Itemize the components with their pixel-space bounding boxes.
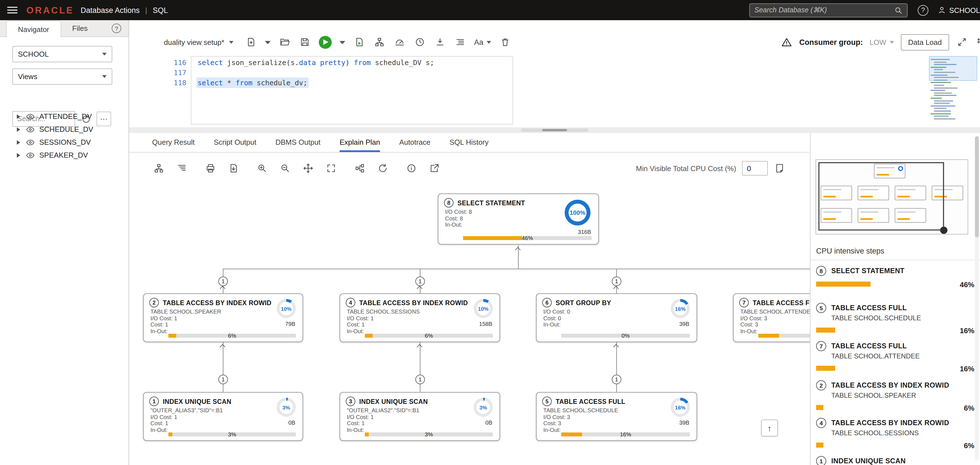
database-search-input[interactable] [754, 6, 894, 14]
editor-minimap[interactable] [929, 56, 977, 124]
overview-viewport[interactable] [818, 162, 944, 230]
search-icon[interactable] [894, 6, 902, 14]
plan-node[interactable]: 7TABLE ACCESS FULL TABLE SCHOOL.ATTENDEE… [733, 294, 810, 342]
object-type-value: Views [18, 72, 37, 81]
fit-to-screen-button[interactable] [325, 162, 337, 175]
worksheet-selector[interactable]: duality view setup* [164, 38, 233, 46]
tree-item-attendee-dv[interactable]: ATTENDEE_DV [0, 110, 129, 123]
plan-node[interactable]: 2TABLE ACCESS BY INDEX ROWID TABLE SCHOO… [143, 294, 303, 342]
database-search[interactable] [749, 3, 908, 17]
arrow-up-icon [613, 344, 619, 350]
min-cpu-cost-input[interactable] [742, 161, 768, 176]
hamburger-menu-icon[interactable] [7, 7, 18, 13]
user-menu[interactable]: SCHOOL [937, 6, 980, 14]
tab-files[interactable]: Files [61, 20, 99, 37]
export-button[interactable] [228, 162, 240, 175]
autotrace-button[interactable] [393, 36, 406, 48]
explain-plan-button[interactable] [373, 36, 385, 48]
expand-icon[interactable] [956, 36, 968, 48]
step-number: 4 [816, 418, 826, 428]
plan-node[interactable]: 4TABLE ACCESS BY INDEX ROWID TABLE SCHOO… [340, 294, 500, 342]
font-size-button[interactable]: Aa [474, 38, 491, 46]
open-in-new-tab-button[interactable] [428, 162, 441, 175]
tab-autotrace[interactable]: Autotrace [399, 133, 430, 152]
run-script-button[interactable] [353, 36, 365, 48]
sidebar-help-icon[interactable]: ? [112, 24, 121, 33]
new-worksheet-button[interactable] [245, 36, 257, 48]
editor-results-splitter[interactable] [129, 127, 980, 133]
cpu-step[interactable]: 4TABLE ACCESS BY INDEX ROWID TABLE SCHOO… [816, 418, 975, 449]
node-title: TABLE ACCESS FULL [752, 299, 810, 306]
tab-dbms-output[interactable]: DBMS Output [275, 133, 320, 152]
tab-query-result[interactable]: Query Result [152, 133, 195, 152]
data-load-button[interactable]: Data Load [901, 34, 949, 50]
schema-select-value: SCHOOL [18, 50, 49, 58]
tree-item-speaker-dv[interactable]: SPEAKER_DV [0, 149, 129, 162]
zoom-out-button[interactable] [279, 162, 291, 175]
plan-node[interactable]: 6SORT GROUP BY I/O Cost: 0 Cost: 0 In-Ou… [536, 294, 697, 342]
help-icon[interactable]: ? [918, 5, 928, 16]
node-title: TABLE ACCESS FULL [556, 398, 625, 405]
tree-item-schedule-dv[interactable]: SCHEDULE_DV [0, 123, 129, 136]
refresh-button[interactable] [377, 162, 389, 175]
step-percent: 46% [960, 281, 974, 289]
zoom-in-button[interactable] [256, 162, 268, 175]
object-type-select[interactable]: Views [12, 68, 112, 85]
chevron-down-icon [102, 53, 107, 56]
pan-button[interactable] [302, 162, 314, 175]
chevron-right-icon[interactable] [17, 127, 20, 132]
sql-history-button[interactable] [414, 36, 426, 48]
consumer-group-select[interactable]: LOW [870, 38, 894, 46]
cpu-step[interactable]: 2TABLE ACCESS BY INDEX ROWID TABLE SCHOO… [816, 380, 975, 412]
panel-scrollbar[interactable] [975, 136, 979, 460]
schema-select[interactable]: SCHOOL [12, 46, 112, 62]
tree-item-label: SPEAKER_DV [39, 151, 88, 159]
print-button[interactable] [204, 162, 216, 175]
explain-plan-diagram[interactable]: 1 1 1 1 1 1 8SELECT STATEMENT I/O Cost: … [129, 179, 810, 465]
plan-node[interactable]: 5TABLE ACCESS FULL TABLE SCHOOL.SCHEDULE… [536, 392, 697, 441]
consumer-group-value: LOW [870, 38, 886, 46]
editor-line[interactable]: select json_serialize(s.data pretty) fro… [197, 58, 434, 67]
plan-notes-button[interactable] [773, 162, 786, 175]
tab-sql-history[interactable]: SQL History [450, 133, 488, 152]
plan-node[interactable]: 1INDEX UNIQUE SCAN "OUTER_ALIAS3"."SID"=… [143, 392, 303, 441]
save-button[interactable] [298, 36, 311, 48]
node-io-cost: I/O Cost: 1 [347, 315, 494, 321]
node-number: 3 [346, 397, 355, 406]
plan-node[interactable]: 8SELECT STATEMENT I/O Cost: 8 Cost: 8 In… [438, 194, 599, 244]
cardinality-badge: 1 [612, 375, 621, 384]
node-cpu-donut: 10% [474, 299, 493, 318]
plan-list-view-button[interactable] [176, 162, 188, 175]
open-file-button[interactable] [278, 36, 291, 48]
chevron-right-icon[interactable] [17, 140, 20, 144]
plan-node[interactable]: 3INDEX UNIQUE SCAN "OUTER_ALIAS2"."SID"=… [340, 392, 500, 441]
node-object: TABLE SCHOOL.SESSIONS [347, 308, 494, 315]
chevron-right-icon[interactable] [17, 114, 20, 119]
layout-button[interactable] [353, 162, 366, 175]
scroll-up-button[interactable]: ↑ [761, 420, 778, 436]
tab-explain-plan[interactable]: Explain Plan [340, 133, 380, 152]
cpu-step[interactable]: 5TABLE ACCESS FULL TABLE SCHOOL.SCHEDULE… [816, 303, 975, 334]
scrollbar-thumb[interactable] [975, 136, 979, 237]
download-button[interactable] [434, 36, 446, 48]
chevron-right-icon[interactable] [17, 153, 20, 157]
clear-worksheet-button[interactable] [499, 36, 511, 48]
plan-overview-minimap[interactable] [816, 159, 968, 235]
format-button[interactable] [454, 36, 466, 48]
cpu-step[interactable]: 7TABLE ACCESS FULL TABLE SCHOOL.ATTENDEE… [816, 341, 975, 373]
tab-script-output[interactable]: Script Output [214, 133, 256, 152]
new-worksheet-caret[interactable] [265, 41, 270, 43]
overview-resize-handle[interactable] [940, 227, 947, 234]
node-bytes: 39B [679, 321, 689, 327]
splitter-handle[interactable] [542, 129, 567, 131]
info-button[interactable] [405, 162, 418, 175]
tab-navigator[interactable]: Navigator [6, 21, 61, 37]
tree-item-sessions-dv[interactable]: SESSIONS_DV [0, 136, 129, 149]
plan-diagram-view-button[interactable] [153, 162, 165, 175]
panel-options-icon[interactable] [975, 36, 980, 48]
editor-line[interactable]: select * from schedule_dv; [197, 79, 307, 87]
run-dropdown-caret[interactable] [339, 41, 345, 43]
cpu-step[interactable]: 8SELECT STATEMENT 46% [816, 266, 975, 288]
cpu-step[interactable]: 1INDEX UNIQUE SCAN [816, 456, 975, 465]
run-button[interactable] [318, 36, 331, 49]
